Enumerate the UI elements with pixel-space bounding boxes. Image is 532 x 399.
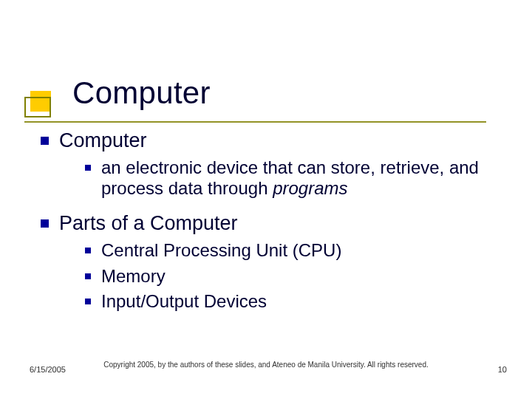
- square-bullet-icon: [85, 273, 91, 279]
- list-item-text: Input/Output Devices: [101, 291, 267, 312]
- list-item: Parts of a Computer: [41, 212, 502, 236]
- title-decoration-icon: [24, 91, 52, 119]
- list-item-label: Computer: [59, 129, 147, 153]
- footer-page-number: 10: [498, 365, 507, 374]
- footer-copyright: Copyright 2005, by the authors of these …: [0, 361, 532, 370]
- square-bullet-icon: [85, 165, 91, 171]
- list-item: Central Processing Unit (CPU): [85, 240, 502, 261]
- list-item-text: Central Processing Unit (CPU): [101, 240, 341, 261]
- list-item-text: Memory: [101, 266, 166, 287]
- slide-footer: 6/15/2005 Copyright 2005, by the authors…: [0, 361, 532, 383]
- title-underline: [24, 121, 486, 123]
- square-bullet-icon: [85, 248, 91, 253]
- list-item: Input/Output Devices: [85, 291, 502, 312]
- list-item-text: an electronic device that can store, ret…: [101, 157, 502, 200]
- text-emphasis: programs: [273, 178, 347, 198]
- square-bullet-icon: [41, 219, 49, 228]
- list-item: Memory: [85, 266, 502, 287]
- square-bullet-icon: [85, 299, 91, 304]
- slide: Computer Computer an electronic device t…: [0, 0, 532, 399]
- list-item-label: Parts of a Computer: [59, 212, 238, 236]
- list-item: Computer: [41, 129, 502, 153]
- list-item: an electronic device that can store, ret…: [85, 157, 502, 200]
- slide-title: Computer: [72, 75, 211, 111]
- slide-body: Computer an electronic device that can s…: [41, 129, 502, 315]
- square-bullet-icon: [41, 137, 49, 145]
